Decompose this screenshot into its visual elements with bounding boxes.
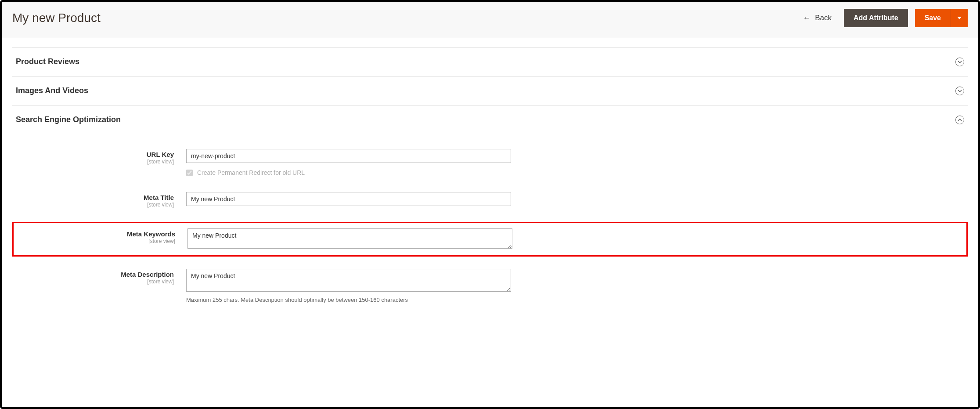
field-label: Meta Keywords xyxy=(127,230,175,238)
section-images-videos: Images And Videos xyxy=(12,76,968,105)
field-label: URL Key xyxy=(147,151,174,158)
section-title: Search Engine Optimization xyxy=(16,115,121,124)
field-scope: [store view] xyxy=(16,238,175,244)
section-title: Product Reviews xyxy=(16,57,79,66)
save-button[interactable]: Save xyxy=(915,9,951,27)
field-meta-description: Meta Description [store view] My new Pro… xyxy=(12,267,968,305)
page-header: My new Product ← Back Add Attribute Save xyxy=(2,2,978,38)
caret-down-icon xyxy=(957,17,962,19)
back-label: Back xyxy=(815,14,832,22)
section-header-images-videos[interactable]: Images And Videos xyxy=(12,76,968,105)
input-col: Create Permanent Redirect for old URL xyxy=(186,149,511,176)
save-button-group: Save xyxy=(915,9,968,27)
chevron-down-icon xyxy=(955,87,964,95)
section-header-seo[interactable]: Search Engine Optimization xyxy=(12,105,968,134)
field-label: Meta Title xyxy=(144,194,174,201)
field-url-key: URL Key [store view] Create Permanent Re… xyxy=(12,147,968,178)
meta-keywords-input[interactable]: My new Product xyxy=(187,228,512,249)
save-dropdown-button[interactable] xyxy=(951,9,968,27)
label-col: URL Key [store view] xyxy=(15,149,186,165)
section-seo: Search Engine Optimization URL Key [stor… xyxy=(12,105,968,326)
meta-description-input[interactable]: My new Product xyxy=(186,269,511,292)
chevron-up-icon xyxy=(955,116,964,124)
field-label: Meta Description xyxy=(121,271,174,278)
field-meta-keywords: Meta Keywords [store view] My new Produc… xyxy=(12,222,968,257)
header-actions: ← Back Add Attribute Save xyxy=(803,9,968,27)
input-col xyxy=(186,192,511,206)
field-meta-title: Meta Title [store view] xyxy=(12,190,968,210)
page-title: My new Product xyxy=(12,11,101,25)
chevron-down-icon xyxy=(955,58,964,66)
add-attribute-button[interactable]: Add Attribute xyxy=(844,9,908,27)
back-button[interactable]: ← Back xyxy=(803,14,832,22)
label-col: Meta Description [store view] xyxy=(15,269,186,285)
seo-form: URL Key [store view] Create Permanent Re… xyxy=(12,134,968,326)
field-scope: [store view] xyxy=(15,202,174,208)
input-col: My new Product xyxy=(187,228,512,250)
label-col: Meta Keywords [store view] xyxy=(16,228,187,244)
label-col: Meta Title [store view] xyxy=(15,192,186,208)
section-header-product-reviews[interactable]: Product Reviews xyxy=(12,47,968,76)
redirect-checkbox-row: Create Permanent Redirect for old URL xyxy=(186,169,511,176)
input-col: My new Product Maximum 255 chars. Meta D… xyxy=(186,269,511,303)
section-title: Images And Videos xyxy=(16,86,88,95)
field-scope: [store view] xyxy=(15,159,174,165)
field-scope: [store view] xyxy=(15,279,174,285)
content-area: Product Reviews Images And Videos Search… xyxy=(2,47,978,344)
meta-description-hint: Maximum 255 chars. Meta Description shou… xyxy=(186,297,511,303)
meta-title-input[interactable] xyxy=(186,192,511,206)
arrow-left-icon: ← xyxy=(803,14,811,22)
redirect-label: Create Permanent Redirect for old URL xyxy=(197,169,305,176)
section-product-reviews: Product Reviews xyxy=(12,47,968,76)
url-key-input[interactable] xyxy=(186,149,511,163)
redirect-checkbox[interactable] xyxy=(186,170,193,176)
